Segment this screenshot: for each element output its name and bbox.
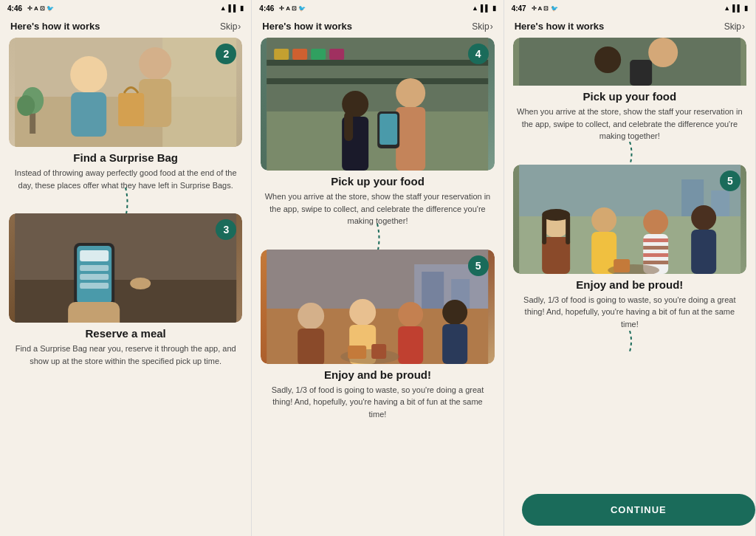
step4-image-s2: 4 [261,38,494,171]
svg-rect-74 [643,261,668,264]
step5-text-s3: Sadly, 1/3 of food is going to waste, so… [513,294,746,331]
svg-rect-12 [15,280,236,323]
connector-1 [9,191,242,213]
svg-rect-24 [267,60,488,66]
step3-text: Find a Surprise Bag near you, reserve it… [9,343,242,367]
chevron-icon-1: › [238,21,241,32]
battery-icon-2: ▮ [492,4,496,12]
time-3: 4:47 [512,4,526,13]
svg-point-21 [130,278,151,289]
svg-rect-6 [71,92,106,137]
connector-2 [261,227,494,250]
svg-rect-28 [311,49,326,60]
svg-rect-20 [68,302,120,323]
step5-text-s2: Sadly, 1/3 of food is going to waste, so… [261,384,494,421]
status-bar-right-2: ▲ ▌▌ ▮ [472,4,496,12]
step-bubble-5s3: 5 [720,171,740,191]
header-3: Here's how it works Skip › [504,16,755,38]
step5-title-s2: Enjoy and be proud! [261,368,494,381]
svg-point-44 [349,299,376,326]
time-1: 4:46 [7,4,22,13]
svg-point-48 [442,300,467,325]
svg-rect-52 [371,344,386,359]
phone-screen-1: 4:46 ✢ A ⊡ 🐦 ▲ ▌▌ ▮ Here's how it works … [0,0,252,536]
step5-title-s3: Enjoy and be proud! [513,278,746,291]
svg-point-56 [648,38,678,67]
svg-rect-51 [348,346,366,359]
svg-rect-25 [267,78,488,84]
status-bar-right-3: ▲ ▌▌ ▮ [724,4,748,12]
phone-screen-3: 4:47 ✢ A ⊡ 🐦 ▲ ▌▌ ▮ Here's how it works … [504,0,756,536]
step4-title-s3: Pick up your food [513,90,746,103]
status-icons-1: ✢ A ⊡ 🐦 [27,5,54,12]
svg-rect-65 [542,215,546,244]
connector-4 [513,330,746,352]
svg-point-3 [139,47,171,80]
svg-rect-16 [80,265,109,271]
signal-icon-2: ▌▌ [481,4,490,12]
battery-icon-3: ▮ [744,4,748,12]
signal-icon-1: ▌▌ [229,4,238,12]
time-2: 4:46 [259,4,274,13]
status-bar-left-2: 4:46 ✢ A ⊡ 🐦 [259,4,306,13]
skip-button-1[interactable]: Skip › [220,21,241,32]
svg-rect-35 [379,114,397,145]
status-bar-left-1: 4:46 ✢ A ⊡ 🐦 [7,4,54,13]
wifi-icon-1: ▲ [220,4,227,12]
header-title-1: Here's how it works [10,21,100,32]
screen3-content: Pick up your food When you arrive at the… [504,38,755,487]
screen2-content: 4 Pick up your food When you arrive at t… [252,38,503,536]
status-bar-2: 4:46 ✢ A ⊡ 🐦 ▲ ▌▌ ▮ [252,0,503,16]
svg-rect-57 [630,60,652,86]
phone-screen-2: 4:46 ✢ A ⊡ 🐦 ▲ ▌▌ ▮ Here's how it works … [252,0,504,536]
svg-rect-49 [442,324,467,364]
svg-rect-72 [643,246,668,250]
skip-button-3[interactable]: Skip › [724,21,745,32]
svg-rect-66 [566,215,570,244]
wifi-icon-2: ▲ [472,4,478,12]
svg-rect-27 [292,49,307,60]
svg-point-42 [298,303,324,329]
svg-rect-40 [422,272,444,309]
svg-rect-17 [80,274,109,280]
step2-image: 2 [9,38,242,147]
svg-rect-43 [298,329,324,364]
svg-rect-15 [80,250,109,261]
status-bar-1: 4:46 ✢ A ⊡ 🐦 ▲ ▌▌ ▮ [0,0,251,16]
svg-point-75 [691,205,716,230]
svg-rect-33 [396,107,425,171]
signal-icon-3: ▌▌ [732,4,742,12]
step4-partial-s3 [513,38,746,86]
step4-title-s2: Pick up your food [261,175,494,188]
svg-rect-71 [643,238,668,242]
svg-point-32 [396,78,425,108]
header-2: Here's how it works Skip › [252,16,503,38]
step5-image-s3: 5 [513,165,746,274]
svg-point-67 [591,207,616,233]
status-icons-3: ✢ A ⊡ 🐦 [532,5,558,12]
screen3-footer: CONTINUE [504,487,755,536]
step3-image: 3 [9,213,242,323]
status-bar-3: 4:47 ✢ A ⊡ 🐦 ▲ ▌▌ ▮ [504,0,755,16]
status-bar-left-3: 4:47 ✢ A ⊡ 🐦 [512,4,558,13]
continue-button[interactable]: CONTINUE [522,494,755,526]
header-title-2: Here's how it works [262,21,352,32]
chevron-icon-3: › [742,21,745,32]
svg-rect-29 [329,49,344,60]
connector-3 [513,142,746,165]
step-bubble-5s2: 5 [468,255,489,276]
battery-icon-1: ▮ [240,4,244,12]
svg-rect-78 [614,259,630,272]
step-bubble-4s2: 4 [468,44,489,64]
skip-button-2[interactable]: Skip › [472,21,492,32]
header-1: Here's how it works Skip › [0,16,251,38]
svg-rect-7 [118,93,144,126]
svg-rect-76 [691,230,716,274]
svg-point-5 [70,56,107,93]
step2-title: Find a Surprise Bag [9,151,242,164]
chevron-icon-2: › [490,21,493,32]
svg-point-69 [643,210,668,235]
svg-rect-36 [344,111,353,141]
svg-rect-18 [80,283,109,289]
svg-rect-47 [398,326,423,364]
